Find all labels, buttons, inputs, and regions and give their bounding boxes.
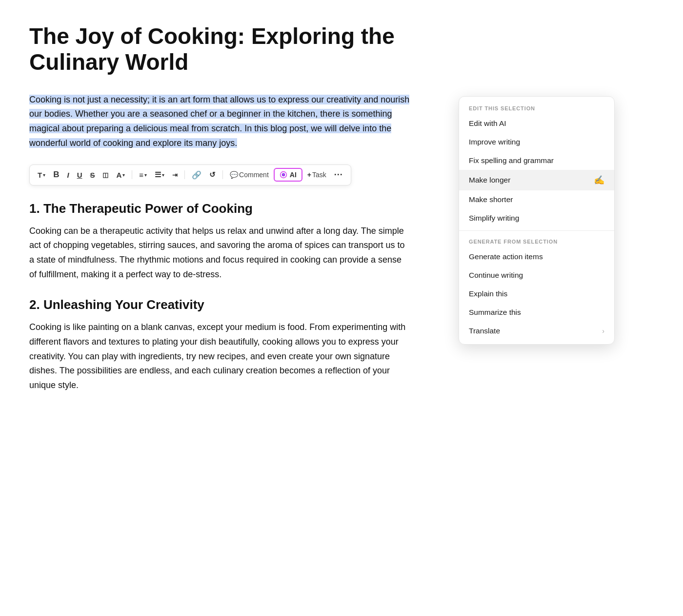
- fix-spelling-item[interactable]: Fix spelling and grammar: [459, 151, 614, 170]
- align-button[interactable]: ≡ ▾: [136, 169, 150, 181]
- document-title: The Joy of Cooking: Exploring the Culina…: [29, 23, 410, 75]
- ai-dropdown-menu: EDIT THIS SELECTION Edit with AI Improve…: [459, 96, 615, 345]
- section1-heading: 1. The Therapeutic Power of Cooking: [29, 201, 410, 216]
- highlight-button[interactable]: ◫: [100, 169, 111, 181]
- underline-button[interactable]: U: [74, 169, 85, 181]
- edit-section-label: EDIT THIS SELECTION: [459, 101, 614, 114]
- color-button[interactable]: A ▾: [113, 169, 128, 181]
- continue-writing-item[interactable]: Continue writing: [459, 266, 614, 285]
- ai-button[interactable]: AI: [274, 168, 302, 182]
- section2-heading: 2. Unleashing Your Creativity: [29, 297, 410, 312]
- toolbar: T ▾ B I U S ◫ A ▾ ≡ ▾ ☰ ▾ ⇥ 🔗 ↺ 💬 Commen…: [29, 164, 351, 185]
- ai-label: AI: [290, 171, 297, 179]
- toolbar-wrapper: T ▾ B I U S ◫ A ▾ ≡ ▾ ☰ ▾ ⇥ 🔗 ↺ 💬 Commen…: [29, 164, 410, 185]
- divider2: [184, 170, 185, 179]
- task-label: Task: [312, 171, 326, 179]
- make-longer-item[interactable]: Make longer ✍: [459, 170, 614, 190]
- generate-section-label: GENERATE FROM SELECTION: [459, 234, 614, 247]
- cursor-hand-icon: ✍: [594, 175, 604, 185]
- undo-button[interactable]: ↺: [206, 168, 219, 181]
- comment-button[interactable]: 💬 Comment: [227, 169, 272, 181]
- svg-point-2: [282, 174, 284, 175]
- simplify-writing-item[interactable]: Simplify writing: [459, 209, 614, 227]
- comment-label: Comment: [239, 171, 269, 179]
- indent-button[interactable]: ⇥: [169, 169, 181, 181]
- generate-action-items-item[interactable]: Generate action items: [459, 247, 614, 266]
- make-shorter-item[interactable]: Make shorter: [459, 190, 614, 209]
- explain-this-item[interactable]: Explain this: [459, 285, 614, 303]
- selected-text: Cooking is not just a necessity; it is a…: [29, 95, 409, 148]
- section1-body: Cooking can be a therapeutic activity th…: [29, 224, 410, 282]
- divider1: [132, 170, 132, 179]
- link-button[interactable]: 🔗: [189, 168, 204, 182]
- translate-item[interactable]: Translate ›: [459, 322, 614, 340]
- improve-writing-item[interactable]: Improve writing: [459, 133, 614, 151]
- italic-button[interactable]: I: [64, 169, 72, 181]
- strikethrough-button[interactable]: S: [87, 169, 98, 181]
- bold-button[interactable]: B: [50, 168, 62, 182]
- section2-body: Cooking is like painting on a blank canv…: [29, 320, 410, 392]
- intro-paragraph: Cooking is not just a necessity; it is a…: [29, 93, 410, 151]
- menu-divider: [459, 230, 614, 231]
- edit-with-ai-item[interactable]: Edit with AI: [459, 114, 614, 133]
- summarize-this-item[interactable]: Summarize this: [459, 303, 614, 322]
- list-button[interactable]: ☰ ▾: [152, 168, 167, 181]
- ai-icon: [280, 171, 287, 179]
- divider3: [222, 170, 223, 179]
- task-button[interactable]: + Task: [304, 169, 329, 181]
- text-style-button[interactable]: T ▾: [35, 169, 48, 181]
- editor-area: The Joy of Cooking: Exploring the Culina…: [0, 0, 439, 430]
- translate-chevron-icon: ›: [602, 327, 604, 335]
- more-button[interactable]: ···: [331, 168, 346, 182]
